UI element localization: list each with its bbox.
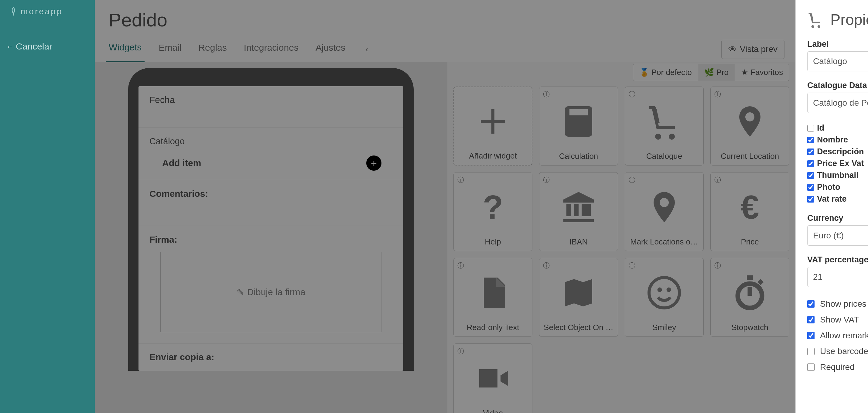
widgets-palette: 🏅Por defecto 🌿Pro ★Favoritos Añadir widg… <box>447 62 796 413</box>
currency-value: Euro (€) <box>813 231 844 241</box>
col-name-checkbox[interactable] <box>807 137 814 143</box>
add-item-row[interactable]: Add item + <box>149 147 393 180</box>
col-desc[interactable]: Descripción <box>807 146 868 158</box>
widget-select-object[interactable]: ⓘ Select Object On … <box>539 258 618 337</box>
vat-input[interactable]: 21 <box>807 267 868 287</box>
widget-price[interactable]: ⓘ € Price <box>710 172 789 251</box>
signature-box[interactable]: ✎ Dibuje la firma <box>160 252 381 332</box>
field-comments[interactable]: Comentarios: <box>138 180 403 226</box>
app-sidebar: moreapp ← Cancelar <box>0 0 95 413</box>
opt-show-vat[interactable]: Show VATⓘ <box>807 312 868 328</box>
bank-icon <box>560 177 597 237</box>
filter-favorites[interactable]: ★Favoritos <box>735 64 789 81</box>
cancel-label: Cancelar <box>16 41 52 52</box>
col-thumb[interactable]: Thumbnail <box>807 169 868 181</box>
chevron-left-icon[interactable]: ‹ <box>365 44 368 54</box>
filter-pro[interactable]: 🌿Pro <box>698 64 735 81</box>
field-send-copy[interactable]: Enviar copia a: <box>138 344 403 371</box>
info-icon[interactable]: ⓘ <box>543 261 550 270</box>
info-icon[interactable]: ⓘ <box>457 176 464 185</box>
field-date[interactable]: Fecha <box>138 86 403 128</box>
widget-video[interactable]: ⓘ Video <box>454 344 532 413</box>
col-vatrate-checkbox[interactable] <box>807 196 814 202</box>
label-input[interactable]: Catálogo ▦ <box>807 51 868 71</box>
widget-calculation[interactable]: ⓘ Calculation <box>539 87 618 165</box>
eye-icon: 👁 <box>728 44 737 54</box>
device-screen: Fecha Catálogo Add item + Comentarios: <box>138 86 403 371</box>
col-vatrate[interactable]: Vat rate <box>807 193 868 205</box>
plus-icon <box>475 91 511 151</box>
opt-barcode[interactable]: Use barcode scannerⓘ <box>807 344 868 359</box>
signature-placeholder: Dibuje la firma <box>247 287 306 297</box>
opt-required[interactable]: Requiredⓘ <box>807 359 868 375</box>
col-photo-label: Photo <box>817 183 840 192</box>
filter-pro-label: Pro <box>716 68 728 77</box>
vat-label: VAT percentage ⓘ <box>807 255 868 264</box>
col-price-ex[interactable]: Price Ex Vat <box>807 158 868 169</box>
opt-allow-remarks-checkbox[interactable] <box>807 332 814 339</box>
col-name[interactable]: Nombre <box>807 134 868 146</box>
tab-rules[interactable]: Reglas <box>195 37 229 61</box>
field-date-label: Fecha <box>149 95 393 105</box>
star-icon: ★ <box>741 68 748 77</box>
opt-required-label: Required <box>820 362 855 372</box>
opt-allow-remarks-label: Allow remarks <box>820 331 868 341</box>
col-photo-checkbox[interactable] <box>807 184 814 191</box>
currency-select[interactable]: Euro (€) ▾ <box>807 225 868 246</box>
plus-circle-icon[interactable]: + <box>366 156 381 171</box>
preview-button[interactable]: 👁 Vista prev <box>721 40 784 59</box>
info-icon[interactable]: ⓘ <box>629 261 636 270</box>
widget-current-location[interactable]: ⓘ Current Location <box>710 87 789 165</box>
col-desc-checkbox[interactable] <box>807 149 814 155</box>
opt-show-prices-checkbox[interactable] <box>807 300 814 308</box>
opt-show-vat-label: Show VAT <box>820 315 859 325</box>
widget-smiley[interactable]: ⓘ Smiley <box>625 258 704 337</box>
widget-video-label: Video <box>483 408 503 413</box>
widget-catalogue[interactable]: ⓘ Catalogue <box>625 87 704 165</box>
opt-barcode-checkbox[interactable] <box>807 348 814 355</box>
widget-readonly[interactable]: ⓘ Read-only Text <box>454 258 532 337</box>
field-catalog-label: Catálogo <box>149 136 393 147</box>
arrow-left-icon: ← <box>6 42 14 51</box>
widget-stopwatch[interactable]: ⓘ Stopwatch <box>710 258 789 337</box>
tab-settings[interactable]: Ajustes <box>312 37 348 61</box>
tab-integrations[interactable]: Integraciones <box>241 37 302 61</box>
info-icon[interactable]: ⓘ <box>457 261 464 270</box>
col-photo[interactable]: Photo <box>807 181 868 193</box>
tab-widgets[interactable]: Widgets <box>106 37 145 62</box>
cancel-button[interactable]: ← Cancelar <box>0 23 95 70</box>
opt-allow-remarks[interactable]: Allow remarksⓘ <box>807 328 868 344</box>
widget-help[interactable]: ⓘ ? Help <box>454 172 532 251</box>
info-icon[interactable]: ⓘ <box>629 90 636 99</box>
tab-email[interactable]: Email <box>155 37 184 61</box>
info-icon[interactable]: ⓘ <box>543 176 550 185</box>
info-icon[interactable]: ⓘ <box>714 176 721 185</box>
col-thumb-checkbox[interactable] <box>807 172 814 179</box>
field-catalog[interactable]: Catálogo Add item + <box>138 128 403 180</box>
info-icon[interactable]: ⓘ <box>629 176 636 185</box>
widget-iban[interactable]: ⓘ IBAN <box>539 172 618 251</box>
col-id[interactable]: Id <box>807 122 868 134</box>
info-icon[interactable]: ⓘ <box>714 261 721 270</box>
filter-fav-label: Favoritos <box>750 68 783 77</box>
widget-add[interactable]: Añadir widget <box>454 87 532 165</box>
widget-catalogue-label: Catalogue <box>646 152 682 161</box>
brand: moreapp <box>0 0 95 23</box>
label-label: Label <box>807 39 868 49</box>
opt-show-vat-checkbox[interactable] <box>807 316 814 323</box>
filter-default[interactable]: 🏅Por defecto <box>633 64 698 81</box>
info-icon[interactable]: ⓘ <box>457 347 464 356</box>
info-icon[interactable]: ⓘ <box>714 90 721 99</box>
tabs-row: Widgets Email Reglas Integraciones Ajust… <box>95 37 796 62</box>
col-id-checkbox[interactable] <box>807 125 814 131</box>
col-price-ex-checkbox[interactable] <box>807 160 814 167</box>
vat-value: 21 <box>813 272 823 282</box>
gauge-icon: 🏅 <box>639 68 649 77</box>
info-icon[interactable]: ⓘ <box>543 90 550 99</box>
widget-select-object-label: Select Object On … <box>544 323 614 332</box>
opt-required-checkbox[interactable] <box>807 363 814 371</box>
widget-mark-locations[interactable]: ⓘ Mark Locations o… <box>625 172 704 251</box>
field-signature[interactable]: Firma: ✎ Dibuje la firma <box>138 226 403 344</box>
datasource-select[interactable]: Catálogo de Pedidos ▾ <box>807 93 868 113</box>
opt-show-prices[interactable]: Show pricesⓘ <box>807 296 868 312</box>
